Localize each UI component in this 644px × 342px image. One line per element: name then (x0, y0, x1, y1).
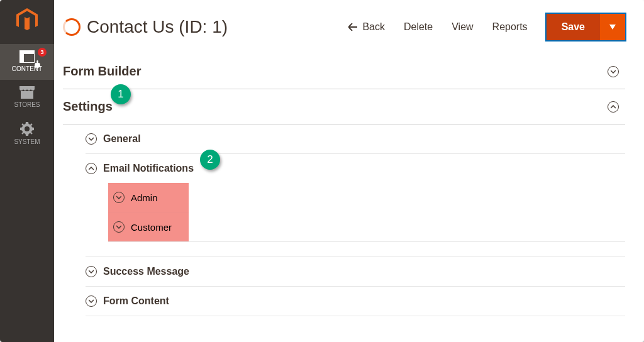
nav-stores[interactable]: STORES (0, 80, 54, 116)
delete-button[interactable]: Delete (404, 21, 433, 33)
chevron-up-icon (86, 163, 97, 174)
subsection-email-notifications[interactable]: Email Notifications (86, 154, 625, 183)
arrow-left-icon (348, 23, 357, 31)
caret-down-icon (609, 25, 616, 30)
subsection-success-message[interactable]: Success Message (86, 257, 625, 287)
subsection-label: Email Notifications (103, 163, 194, 174)
back-button[interactable]: Back (348, 21, 385, 33)
save-button[interactable]: Save (547, 14, 600, 40)
view-button[interactable]: View (452, 21, 473, 33)
nav-content[interactable]: CONTENT 3 (0, 44, 54, 80)
highlighted-group: Admin Customer (108, 183, 189, 241)
chevron-down-icon (113, 192, 125, 203)
page-title: Contact Us (ID: 1) (87, 17, 348, 37)
spinner-icon (63, 18, 80, 36)
chevron-down-icon (86, 133, 97, 145)
subsection-label: Form Content (103, 295, 169, 307)
reports-button[interactable]: Reports (492, 21, 528, 33)
subsection-label: General (103, 133, 141, 145)
chevron-up-icon (608, 101, 619, 113)
notification-badge: 3 (38, 48, 47, 57)
chevron-down-icon (608, 66, 619, 77)
chevron-down-icon (113, 221, 125, 233)
chevron-down-icon (86, 295, 97, 307)
annotation-bubble-2: 2 (200, 150, 220, 170)
save-dropdown-button[interactable] (600, 14, 625, 40)
subsection-label: Success Message (103, 266, 189, 277)
page-header: Contact Us (ID: 1) Back Delete View Repo… (54, 0, 644, 54)
nav-label: STORES (14, 101, 40, 108)
item-label: Customer (131, 222, 172, 233)
subsection-form-content[interactable]: Form Content (86, 287, 625, 316)
nav-system[interactable]: SYSTEM (0, 116, 54, 153)
item-customer[interactable]: Customer (108, 212, 189, 241)
section-title: Settings (63, 99, 113, 114)
svg-rect-2 (19, 50, 24, 63)
nav-label: SYSTEM (14, 138, 40, 145)
subsection-general[interactable]: General (86, 124, 625, 154)
item-admin[interactable]: Admin (108, 183, 189, 212)
chevron-down-icon (86, 266, 97, 277)
admin-sidebar: CONTENT 3 STORES SYSTEM (0, 0, 54, 342)
section-title: Form Builder (63, 64, 141, 79)
annotation-bubble-1: 1 (111, 84, 131, 104)
section-form-builder[interactable]: Form Builder (63, 54, 625, 89)
section-settings[interactable]: Settings (63, 89, 625, 124)
magento-logo[interactable] (14, 8, 40, 33)
item-label: Admin (131, 192, 158, 203)
